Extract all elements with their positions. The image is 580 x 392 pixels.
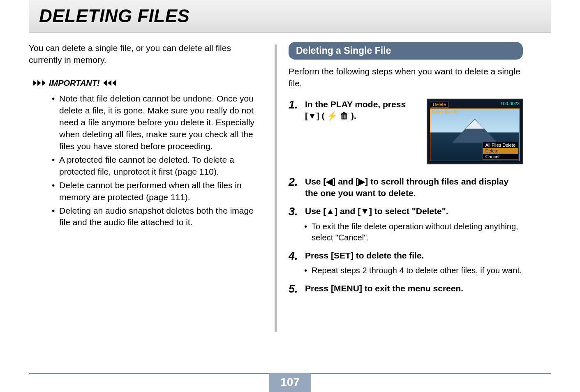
step-text: Press [SET] to delete the file. bbox=[305, 250, 523, 263]
step-number: 4. bbox=[289, 250, 300, 263]
important-notes-list: Note that file deletion cannot be undone… bbox=[29, 93, 259, 229]
important-label: IMPORTANT! bbox=[49, 78, 100, 88]
lcd-top-row: Delete 100-0023 bbox=[430, 101, 520, 108]
step-text: Use [◀] and [▶] to scroll through files … bbox=[305, 176, 523, 199]
step-text: In the PLAY mode, press [▼] ( ⚡ 🗑 ). bbox=[305, 99, 418, 122]
triangle-right-icon bbox=[33, 80, 46, 86]
lcd-photo-area: Delete this file. All Files Delete Delet… bbox=[430, 108, 520, 161]
step-4: 4. Press [SET] to delete the file. Repea… bbox=[289, 250, 523, 276]
page-title-bar: DELETING FILES bbox=[29, 0, 551, 33]
manual-page: DELETING FILES You can delete a single f… bbox=[0, 0, 580, 392]
list-item: Repeat steps 2 through 4 to delete other… bbox=[304, 265, 523, 276]
step-3-sublist: To exit the file delete operation withou… bbox=[289, 221, 523, 243]
menu-option-cancel: Cancel bbox=[483, 154, 518, 159]
triangle-left-icon bbox=[103, 80, 116, 86]
step-number: 1. bbox=[289, 99, 300, 122]
menu-option-delete: Delete bbox=[483, 148, 518, 154]
step-number: 3. bbox=[289, 205, 300, 218]
left-column: You can delete a single file, or you can… bbox=[29, 42, 263, 332]
step-1-row: 1. In the PLAY mode, press [▼] ( ⚡ 🗑 ). … bbox=[289, 99, 523, 164]
section-heading: Deleting a Single File bbox=[289, 42, 523, 60]
camera-lcd-illustration: Delete 100-0023 Delete this file. All Fi… bbox=[427, 99, 523, 164]
list-item: To exit the file delete operation withou… bbox=[304, 221, 523, 243]
content-columns: You can delete a single file, or you can… bbox=[29, 42, 551, 332]
list-item: Note that file deletion cannot be undone… bbox=[52, 93, 259, 152]
step-3: 3. Use [▲] and [▼] to select "Delete". T… bbox=[289, 205, 523, 243]
lcd-file-number: 100-0023 bbox=[501, 101, 520, 108]
page-footer: 107 bbox=[29, 373, 551, 374]
step-number: 5. bbox=[289, 283, 300, 295]
step-number: 2. bbox=[289, 176, 300, 199]
down-arrow-icon: ▼ bbox=[308, 111, 317, 120]
list-item: Delete cannot be performed when all the … bbox=[52, 180, 259, 203]
lcd-subtitle: Delete this file. bbox=[432, 110, 459, 114]
step-text: Use [▲] and [▼] to select "Delete". bbox=[305, 205, 523, 218]
list-item: Deleting an audio snapshot deletes both … bbox=[52, 205, 259, 229]
step-1-text-post: ] ( ⚡ 🗑 ). bbox=[317, 111, 356, 120]
right-column: Deleting a Single File Perform the follo… bbox=[289, 42, 523, 332]
section-intro: Perform the following steps when you wan… bbox=[289, 65, 523, 90]
step-4-sublist: Repeat steps 2 through 4 to delete other… bbox=[289, 265, 523, 276]
menu-option-all: All Files Delete bbox=[483, 142, 518, 148]
list-item: A protected file cannot be deleted. To d… bbox=[52, 154, 259, 178]
step-2: 2. Use [◀] and [▶] to scroll through fil… bbox=[289, 176, 523, 199]
page-title: DELETING FILES bbox=[39, 6, 541, 26]
snow-shape bbox=[466, 120, 484, 129]
step-text: Press [MENU] to exit the menu screen. bbox=[305, 283, 523, 295]
lcd-mode-label: Delete bbox=[430, 101, 449, 108]
intro-text: You can delete a single file, or you can… bbox=[29, 42, 259, 66]
lcd-delete-menu: All Files Delete Delete Cancel bbox=[483, 142, 518, 160]
column-divider bbox=[275, 44, 277, 332]
important-heading: IMPORTANT! bbox=[33, 78, 259, 88]
step-1: 1. In the PLAY mode, press [▼] ( ⚡ 🗑 ). bbox=[289, 99, 418, 122]
step-5: 5. Press [MENU] to exit the menu screen. bbox=[289, 283, 523, 295]
page-number: 107 bbox=[269, 373, 311, 392]
